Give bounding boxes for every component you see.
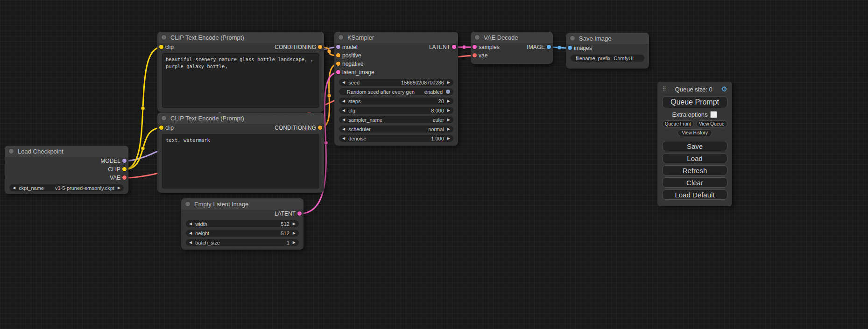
left-arrow-icon[interactable]: ◀	[342, 79, 345, 86]
prompt-textarea[interactable]: beautiful scenery nature glass bottle la…	[162, 53, 319, 108]
load-button[interactable]: Load	[662, 153, 727, 163]
widget-height[interactable]: ◀ height 512 ▶	[186, 230, 299, 237]
widget-value: 8.000	[431, 108, 444, 113]
right-arrow-icon[interactable]: ▶	[118, 184, 120, 191]
collapse-dot-icon[interactable]	[570, 35, 575, 41]
output-dot-conditioning[interactable]	[318, 45, 322, 49]
left-arrow-icon[interactable]: ◀	[189, 230, 192, 237]
toggle-knob[interactable]	[446, 90, 450, 94]
right-arrow-icon[interactable]: ▶	[293, 239, 296, 246]
collapse-dot-icon[interactable]	[338, 35, 344, 40]
gear-icon[interactable]: ⚙	[721, 85, 727, 93]
prompt-textarea[interactable]: text, watermark	[162, 134, 319, 189]
view-history-button[interactable]: View History	[677, 129, 712, 136]
widget-value: 20	[438, 98, 444, 104]
widget-label: seed	[348, 80, 360, 85]
node-empty-latent-image[interactable]: Empty Latent Image LATENT ◀ width 512 ▶ …	[181, 198, 303, 250]
output-dot-latent[interactable]	[297, 211, 302, 216]
input-slot-label: positive	[342, 51, 361, 60]
widget-scheduler[interactable]: ◀ scheduler normal ▶	[339, 126, 453, 133]
input-dot-model[interactable]	[336, 45, 340, 49]
widget-sampler-name[interactable]: ◀ sampler_name euler ▶	[339, 116, 453, 123]
collapse-dot-icon[interactable]	[161, 35, 167, 40]
queue-size-label: Queue size: 0	[666, 86, 721, 93]
widget-batch-size[interactable]: ◀ batch_size 1 ▶	[186, 239, 299, 246]
widget-width[interactable]: ◀ width 512 ▶	[186, 220, 299, 227]
slot-row: vae	[471, 51, 553, 60]
right-arrow-icon[interactable]: ▶	[447, 116, 450, 123]
load-default-button[interactable]: Load Default	[662, 189, 727, 200]
node-ksampler[interactable]: KSampler model LATENT positive negative …	[334, 32, 458, 146]
widget-label: batch_size	[195, 240, 220, 245]
node-title-bar[interactable]: Save Image	[566, 33, 649, 44]
output-dot-clip[interactable]	[122, 167, 127, 171]
input-dot-clip[interactable]	[159, 45, 163, 49]
drag-handle-icon[interactable]: ⠿	[662, 86, 666, 92]
node-title-bar[interactable]: VAE Decode	[471, 32, 553, 43]
widget-value: 512	[281, 221, 289, 227]
collapse-dot-icon[interactable]	[8, 148, 14, 154]
menu-header: ⠿ Queue size: 0 ⚙	[662, 85, 727, 93]
node-title-bar[interactable]: KSampler	[334, 32, 458, 43]
node-clip-text-encode-negative[interactable]: CLIP Text Encode (Prompt) clip CONDITION…	[157, 112, 324, 193]
save-button[interactable]: Save	[662, 141, 727, 151]
widget-value: 1.000	[431, 136, 444, 141]
clear-button[interactable]: Clear	[662, 177, 727, 188]
collapse-dot-icon[interactable]	[185, 201, 191, 207]
node-clip-text-encode-positive[interactable]: CLIP Text Encode (Prompt) clip CONDITION…	[157, 32, 324, 112]
right-arrow-icon[interactable]: ▶	[447, 126, 450, 133]
input-dot-negative[interactable]	[336, 62, 340, 66]
input-dot-images[interactable]	[568, 46, 572, 50]
widget-cfg[interactable]: ◀ cfg 8.000 ▶	[339, 107, 453, 114]
collapse-dot-icon[interactable]	[161, 115, 167, 121]
left-arrow-icon[interactable]: ◀	[189, 239, 192, 246]
node-vae-decode[interactable]: VAE Decode samples IMAGE vae	[471, 32, 553, 64]
input-dot-latent-image[interactable]	[336, 70, 340, 74]
right-arrow-icon[interactable]: ▶	[293, 220, 296, 227]
node-title-bar[interactable]: CLIP Text Encode (Prompt)	[157, 32, 324, 43]
link-midpoint-dot	[462, 45, 466, 49]
link-midpoint-dot	[141, 147, 145, 150]
extra-options-checkbox[interactable]	[710, 111, 717, 118]
refresh-button[interactable]: Refresh	[662, 165, 727, 175]
output-slot-latent: LATENT	[181, 210, 303, 218]
widget-random-seed-toggle[interactable]: Random seed after every gen enabled	[339, 88, 453, 95]
left-arrow-icon[interactable]: ◀	[189, 220, 192, 227]
widget-steps[interactable]: ◀ steps 20 ▶	[339, 98, 453, 105]
output-dot-image[interactable]	[547, 45, 551, 49]
right-arrow-icon[interactable]: ▶	[447, 107, 450, 114]
output-dot-model[interactable]	[122, 159, 127, 163]
view-queue-button[interactable]: View Queue	[696, 120, 728, 127]
node-save-image[interactable]: Save Image images filename_prefix ComfyU…	[566, 33, 649, 69]
widget-denoise[interactable]: ◀ denoise 1.000 ▶	[339, 135, 453, 142]
widget-seed[interactable]: ◀ seed 156680208700286 ▶	[339, 79, 453, 86]
input-dot-clip[interactable]	[159, 126, 163, 130]
widget-filename-prefix[interactable]: filename_prefix ComfyUI	[571, 55, 644, 62]
left-arrow-icon[interactable]: ◀	[342, 98, 345, 105]
input-dot-vae[interactable]	[473, 53, 477, 57]
node-title-bar[interactable]: Empty Latent Image	[181, 198, 303, 210]
output-dot-vae[interactable]	[122, 175, 127, 180]
right-arrow-icon[interactable]: ▶	[293, 230, 296, 237]
left-arrow-icon[interactable]: ◀	[13, 184, 15, 191]
input-dot-positive[interactable]	[336, 53, 340, 57]
node-load-checkpoint[interactable]: Load Checkpoint MODEL CLIP VAE ◀ ckpt_na…	[5, 146, 128, 194]
left-arrow-icon[interactable]: ◀	[342, 135, 345, 142]
input-dot-samples[interactable]	[473, 45, 477, 49]
left-arrow-icon[interactable]: ◀	[342, 126, 345, 133]
left-arrow-icon[interactable]: ◀	[342, 107, 345, 114]
link-clip-negative	[124, 128, 162, 169]
queue-prompt-button[interactable]: Queue Prompt	[662, 96, 727, 108]
queue-front-button[interactable]: Queue Front	[662, 120, 694, 127]
left-arrow-icon[interactable]: ◀	[342, 116, 345, 123]
right-arrow-icon[interactable]: ▶	[447, 79, 450, 86]
right-arrow-icon[interactable]: ▶	[447, 135, 450, 142]
collapse-dot-icon[interactable]	[474, 35, 480, 40]
node-title-bar[interactable]: CLIP Text Encode (Prompt)	[157, 112, 324, 124]
output-dot-latent[interactable]	[452, 45, 456, 49]
right-arrow-icon[interactable]: ▶	[447, 98, 450, 105]
widget-label: filename_prefix	[576, 56, 611, 61]
output-dot-conditioning[interactable]	[318, 126, 322, 130]
widget-ckpt-name[interactable]: ◀ ckpt_name v1-5-pruned-emaonly.ckpt ▶	[9, 184, 124, 191]
node-title-bar[interactable]: Load Checkpoint	[5, 146, 128, 157]
